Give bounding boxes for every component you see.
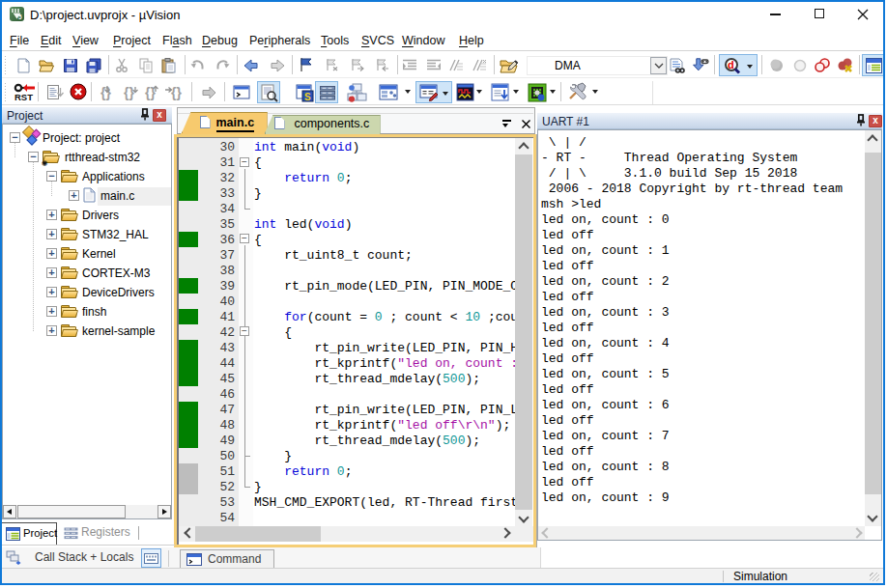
svg-text:{}: {} <box>171 85 182 100</box>
svg-text:5: 5 <box>18 14 22 20</box>
svg-text:{}: {} <box>124 85 134 100</box>
svg-text:d: d <box>728 59 734 70</box>
svg-text:S: S <box>304 92 311 102</box>
svg-text:{}: {} <box>100 85 111 100</box>
